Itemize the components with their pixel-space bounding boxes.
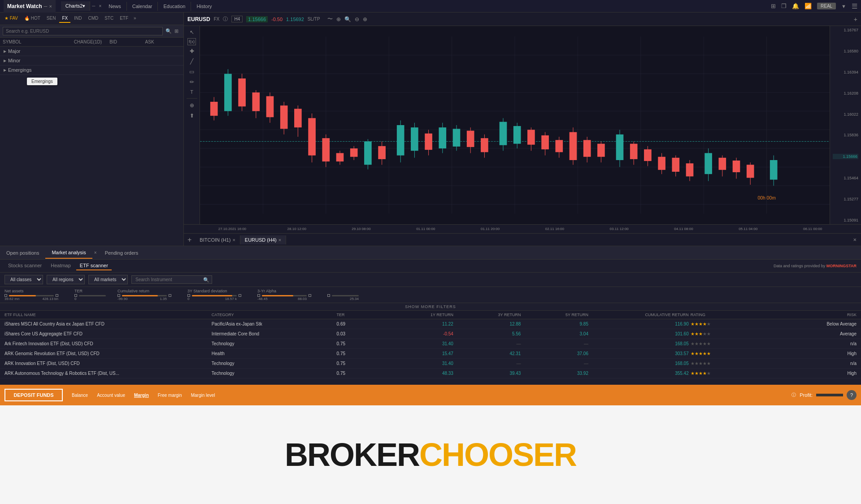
search-icon[interactable]: 🔍 — [165, 28, 172, 34]
tab-etf[interactable]: ETF — [117, 14, 131, 23]
etf-row-3[interactable]: Ark Fintech Innovation ETF (Dist, USD) C… — [0, 339, 861, 349]
market-watch-minimize[interactable]: ─ — [44, 4, 48, 9]
filter-classes[interactable]: All classes — [4, 275, 43, 284]
chart-indicator-icon[interactable]: 〜 — [327, 15, 333, 23]
toolbar-crosshair[interactable]: ✚ — [188, 47, 196, 56]
chart-magnet-icon[interactable]: ⊕ — [336, 16, 341, 22]
svg-rect-64 — [527, 130, 535, 144]
search-input[interactable] — [3, 27, 163, 35]
monitor-icon[interactable]: ⊞ — [771, 3, 776, 9]
tab-hot[interactable]: 🔥 HOT — [22, 14, 43, 23]
chart-zoom-in-icon[interactable]: 🔍 — [344, 16, 351, 22]
etf-3y-4: 42.31 — [455, 351, 521, 356]
group-emergings[interactable]: ▶ Emergings — [0, 65, 183, 75]
etf-row-1[interactable]: iShares MSCI All Country Asia ex Japan E… — [0, 319, 861, 329]
tab-fx[interactable]: FX — [59, 14, 70, 23]
chart-add-tab[interactable]: + — [184, 236, 195, 244]
toolbar-line[interactable]: ╱ — [189, 57, 195, 66]
toolbar-rect[interactable]: ▭ — [188, 67, 196, 76]
dropdown-arrow[interactable]: ▼ — [841, 4, 846, 9]
chart-tpsl[interactable]: SL/TP — [308, 17, 320, 22]
search-instrument-icon[interactable]: 🔍 — [203, 277, 209, 282]
tab-more[interactable]: » — [132, 14, 138, 23]
slider-cumulative: Cumulative return -99.90 1.35 — [117, 289, 180, 301]
footer-free-margin[interactable]: Free margin — [158, 393, 182, 398]
scanner-etf[interactable]: ETF scanner — [76, 261, 112, 270]
grid-icon[interactable]: ⊞ — [174, 28, 178, 34]
etf-row-4[interactable]: ARK Genomic Revolution ETF (Dist, USD) C… — [0, 349, 861, 359]
chart-add-icon[interactable]: + — [854, 16, 857, 23]
tab-cmd[interactable]: CMD — [85, 14, 101, 23]
footer-account-value[interactable]: Account value — [97, 393, 125, 398]
chart-info-icon[interactable]: ⓘ — [223, 16, 228, 22]
chart-close-right[interactable]: × — [848, 236, 861, 243]
help-button[interactable]: ? — [847, 390, 857, 400]
etf-cat-1: Pacific/Asia ex-Japan Stk — [212, 322, 335, 326]
toolbar-text[interactable]: T — [189, 88, 195, 96]
news-tab[interactable]: News — [103, 2, 127, 11]
toolbar-share[interactable]: ⬆ — [188, 111, 196, 120]
etf-row-5[interactable]: ARK Innovation ETF (Dist, USD) CFD Techn… — [0, 359, 861, 369]
tab-fav[interactable]: ★ FAV — [2, 14, 21, 23]
etf-3y-2: 5.56 — [455, 331, 521, 336]
group-major[interactable]: ▶ Major — [0, 47, 183, 56]
group-minor[interactable]: ▶ Minor — [0, 56, 183, 65]
toolbar-magnet[interactable]: ⊕ — [188, 101, 196, 110]
filter-markets[interactable]: All markets — [88, 275, 128, 284]
charts-tab[interactable]: Charts2▾ — [61, 1, 91, 11]
etf-5y-1: 9.85 — [522, 322, 588, 326]
chart-crosshair-icon[interactable]: ⊕ — [363, 16, 367, 22]
chart-canvas: 00h 00m — [200, 26, 830, 224]
price-low: 1.15091 — [833, 218, 858, 222]
scanner-heatmap[interactable]: Heatmap — [47, 261, 74, 270]
market-watch-panel: ★ FAV 🔥 HOT SEN FX IND CMD STC ETF » 🔍 ⊞… — [0, 13, 184, 246]
chart-price-change: -0.50 — [271, 17, 283, 22]
chart-price-3: 1.15692 — [286, 17, 304, 22]
svg-rect-72 — [583, 140, 591, 156]
footer-balance[interactable]: Balance — [72, 393, 88, 398]
filter-regions[interactable]: All regions — [47, 275, 85, 284]
etf-row-2[interactable]: iShares Core US Aggregagte ETF CFD Inter… — [0, 329, 861, 339]
etf-cum-6: 355.42 — [590, 371, 689, 376]
tab-eurusd[interactable]: EURUSD (H4) × — [240, 235, 286, 244]
deposit-funds-button[interactable]: DEPOSIT FUNDS — [4, 389, 63, 401]
scanner-stocks[interactable]: Stocks scanner — [4, 261, 45, 270]
charts-minimize[interactable]: ─ — [90, 4, 97, 9]
bell-icon[interactable]: 🔔 — [792, 3, 799, 9]
menu-icon[interactable]: ☰ — [852, 2, 857, 10]
chart-zoom-out-icon[interactable]: ⊖ — [355, 16, 359, 22]
toolbar-pen[interactable]: ✏ — [188, 78, 196, 87]
market-watch-close[interactable]: × — [49, 4, 52, 9]
toolbar-cursor[interactable]: ↖ — [188, 28, 196, 37]
bitcoin-tab-close[interactable]: × — [232, 237, 235, 243]
chart-symbol[interactable]: EURUSD — [187, 16, 210, 22]
tab-market-analysis[interactable]: Market analysis — [45, 247, 92, 259]
calendar-tab[interactable]: Calendar — [127, 2, 158, 11]
eurusd-tab-close[interactable]: × — [278, 237, 281, 243]
etf-row-6[interactable]: ARK Autonomous Technology & Robotics ETF… — [0, 369, 861, 378]
tab-bitcoin[interactable]: BITCOIN (H1) × — [195, 235, 240, 244]
tab-open-positions[interactable]: Open positions — [0, 248, 45, 258]
education-tab[interactable]: Education — [158, 2, 191, 11]
tab-close-market[interactable]: × — [92, 250, 99, 255]
show-more-filters[interactable]: SHOW MORE FILTERS — [0, 303, 861, 311]
chart-timeframe[interactable]: H4 — [231, 16, 243, 22]
svg-rect-88 — [704, 153, 712, 174]
svg-rect-70 — [570, 132, 577, 160]
history-tab[interactable]: History — [191, 2, 217, 11]
etf-5y-5: — — [522, 361, 588, 366]
window-icon[interactable]: ❐ — [781, 3, 787, 9]
tab-ind[interactable]: IND — [71, 14, 84, 23]
etf-risk-1: Below Average — [774, 322, 857, 326]
emergings-tooltip: Emergings — [27, 78, 183, 85]
tab-pending-orders[interactable]: Pending orders — [99, 248, 145, 258]
col-ask: ASK — [145, 39, 181, 44]
toolbar-fx[interactable]: f(x) — [187, 38, 196, 45]
svg-rect-34 — [308, 118, 316, 155]
tab-sen[interactable]: SEN — [44, 14, 59, 23]
tab-stc[interactable]: STC — [102, 14, 116, 23]
search-instrument-input[interactable] — [131, 275, 212, 284]
footer-margin-level[interactable]: Margin level — [191, 393, 215, 398]
footer-margin[interactable]: Margin — [134, 393, 149, 398]
charts-close[interactable]: × — [97, 4, 103, 9]
